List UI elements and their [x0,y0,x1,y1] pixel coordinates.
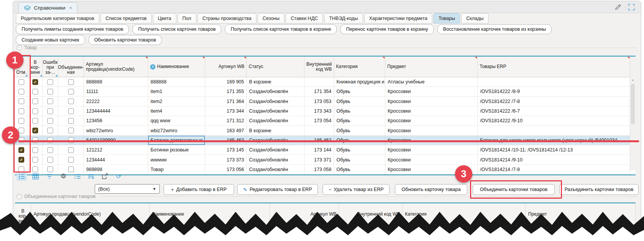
grid-view-icon[interactable] [30,172,41,181]
row-checkbox[interactable] [68,118,74,124]
column-header-name[interactable]: ▾Наименование [148,57,205,77]
row-checkbox[interactable] [68,108,74,114]
filter-icon[interactable] [44,172,55,181]
settings-gear-icon[interactable]: ⚙ [58,172,69,181]
card-action-button[interactable]: Создание новых карточек [16,35,85,45]
row-checkbox[interactable] [32,98,38,104]
scrollbar-thumb[interactable] [631,84,635,124]
column-header-vendor_code[interactable]: Артикул продавца(vendorCode) [31,203,150,225]
row-checkbox[interactable] [47,118,53,124]
card-action-button[interactable]: Получить список карточек товаров [132,24,221,34]
table-row[interactable]: ✓wbiz72wmrowbiz72wmro163 497В корзинеОбу… [15,126,630,135]
row-checkbox[interactable] [68,79,74,85]
refresh-icon[interactable]: ⟳ [114,172,124,181]
checkbox-cell-merged [58,116,84,125]
table-row[interactable]: ✓121212Ботинки розовые173 145Создан/обно… [15,145,630,155]
close-icon[interactable]: × [69,5,72,11]
table-row[interactable]: 11111item1171 355Создан/обновлён171 354О… [15,87,630,96]
row-checkbox[interactable] [32,89,38,95]
plus-icon: + [171,187,174,193]
footer-button[interactable]: Обновить карточку товара [395,184,467,195]
column-header-subject[interactable]: Предмет [526,203,636,225]
cell-erp_products: /OVS1814222 /7-8 [478,97,630,106]
records-view-icon[interactable] [17,172,27,181]
table-row[interactable]: ✓888888888888169 905В корзинеКнижная про… [15,77,630,87]
footer-button[interactable]: +Добавить товар в ERP [164,184,234,195]
subtab[interactable]: Пол [177,13,196,23]
subtab[interactable]: Ставки НДС [286,13,323,23]
subtab[interactable]: Характеристики предмета [364,13,433,23]
card-action-button[interactable]: Восстановление карточек товаров из корзи… [437,24,552,34]
doc-tab-spravochniki[interactable]: Справочники × [18,2,77,13]
subtab[interactable]: Склады [461,13,488,23]
card-action-button[interactable]: Перенос карточек товаров в корзину [340,24,434,34]
row-checkbox[interactable] [47,157,53,163]
row-checkbox[interactable] [32,118,38,124]
row-checkbox[interactable] [68,157,74,163]
row-checkbox[interactable] [47,147,53,153]
column-header-internal_code[interactable]: Внутренний код WB [339,203,403,225]
row-checkbox[interactable]: ✓ [32,128,38,133]
card-action-button[interactable]: Обновить карточки товаров [89,35,162,45]
column-header-erp_products[interactable]: Товары ERP [478,57,630,77]
row-checkbox[interactable] [47,128,53,133]
column-header-category[interactable]: Категория [403,203,526,225]
subtab[interactable]: Сезоны [258,13,284,23]
footer-button[interactable]: Разъединить карточки товаров [559,184,639,195]
column-header-name[interactable]: Наименование [150,203,270,225]
open-external-icon[interactable] [100,172,110,181]
card-action-button[interactable]: Получить лимиты создания карточек товаро… [16,24,129,34]
column-header-merged[interactable]: Объединен- ная [58,57,84,77]
card-action-button[interactable]: Получить список карточек товаров в корзи… [225,24,337,34]
row-checkbox[interactable] [68,98,74,104]
cell-internal_code: 173 053 [304,97,334,106]
row-checkbox[interactable] [47,98,53,104]
subtab[interactable]: ТНВЭД-коды [324,13,363,23]
column-header-load_error[interactable]: Ошибк при за-... [43,57,58,77]
subtab[interactable]: Список предметов [100,13,152,23]
subtab[interactable]: Цвета [153,13,176,23]
list-add-icon[interactable] [86,172,96,181]
sort-down-icon[interactable]: ▾ [150,64,156,70]
pencil-edit-icon[interactable] [615,4,621,10]
column-header-status[interactable]: Статус [247,57,304,77]
row-checkbox[interactable] [32,157,38,163]
column-header-internal_code[interactable]: Внутренний код WB [304,57,334,77]
table-row[interactable]: 22222item2171 364Создан/обновлён173 053О… [15,97,630,106]
column-header-subject[interactable]: Предмет [385,57,478,77]
row-checkbox[interactable] [47,108,53,114]
row-checkbox[interactable] [47,79,53,85]
collapse-icon[interactable]: − [17,194,22,199]
subtab[interactable]: Родительские категории товаров [16,13,99,23]
cell-vendor_code: wbiz72wmro [84,126,148,135]
footer-button[interactable]: ✎Редактировать товар в ERP [237,184,318,195]
cell-erp_products: /OVS1814222 /8-9 [478,87,630,96]
checkbox-cell-merged [58,87,84,96]
row-checkbox[interactable] [32,147,38,153]
table-row[interactable]: 123456qqq www171 312Создан/обновлён173 0… [15,116,630,126]
minus-icon: − [328,187,331,193]
column-header-article_wb[interactable]: Артикул WB [205,57,247,77]
row-checkbox[interactable] [68,89,74,95]
button-label: Удалить товар из ERP [334,187,384,192]
fullscreen-icon[interactable] [628,4,635,10]
column-header-vendor_code[interactable]: Артикул продавца(vendorCode) [84,57,148,77]
subtab[interactable]: Товары [433,13,460,23]
column-header-category[interactable]: Категория [334,57,385,77]
row-checkbox[interactable]: ✓ [32,79,38,85]
vertical-scrollbar[interactable]: ▲ [630,77,636,170]
row-checkbox[interactable] [68,147,74,153]
scroll-up-icon[interactable]: ▲ [630,77,636,82]
collapse-icon[interactable]: − [17,45,22,50]
table-row[interactable]: 123444444item4173 344Создан/обновлён173 … [15,106,630,116]
table-row[interactable]: ✓1234444ииииии173 373Создан/обновлён173 … [15,155,630,165]
row-checkbox[interactable] [32,108,38,114]
filter-select[interactable]: (Все) ▼ [95,184,160,194]
subtab[interactable]: Страны производства [197,13,256,23]
footer-button[interactable]: −Удалить товар из ERP [323,184,390,195]
column-header-article_wb[interactable]: Артикул WB [270,203,339,225]
row-checkbox[interactable] [68,128,74,133]
row-checkbox[interactable] [47,89,53,95]
numbered-list-icon[interactable]: 123 [72,172,82,181]
column-header-in_cart[interactable]: В кор- зине [15,203,31,225]
